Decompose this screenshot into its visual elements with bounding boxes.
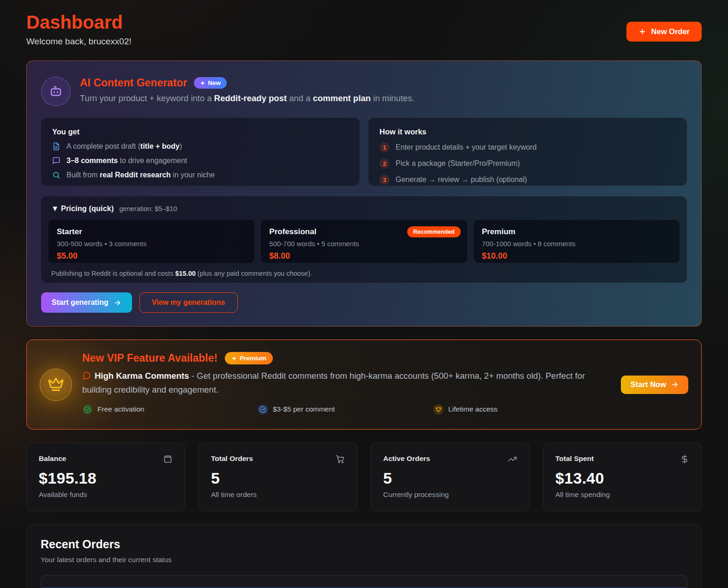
start-generating-label: Start generating xyxy=(52,298,108,307)
vip-title: New VIP Feature Available! xyxy=(82,352,217,364)
tier-price: $5.00 xyxy=(57,251,246,261)
recent-orders-card: Recent Orders Your latest orders and the… xyxy=(26,524,702,588)
premium-badge-label: Premium xyxy=(240,355,266,362)
stat-value: 5 xyxy=(211,469,345,487)
stat-card-active-orders: Active Orders 5 Currently processing xyxy=(371,443,529,511)
stat-label: Active Orders xyxy=(383,455,430,463)
new-order-label: New Order xyxy=(651,27,690,36)
vip-feature-label: $3-$5 per comment xyxy=(273,405,335,413)
vip-feature-label: Free activation xyxy=(97,405,144,413)
stat-sub: Currently processing xyxy=(383,491,517,499)
pricing-tier-professional[interactable]: Professional 500-700 words • 5 comments … xyxy=(261,220,467,263)
dollar-sign-icon xyxy=(680,455,689,464)
new-badge: New xyxy=(194,77,227,89)
vip-crown-avatar xyxy=(40,369,72,401)
tier-details: 700-1000 words • 8 comments xyxy=(482,240,671,248)
ai-generator-subtitle: Turn your product + keyword into a Reddi… xyxy=(80,93,415,103)
stat-sub: Available funds xyxy=(39,491,173,499)
bot-avatar xyxy=(41,77,71,106)
pricing-collapse-toggle[interactable]: ▼ Pricing (quick) xyxy=(51,204,114,213)
pricing-tier-premium[interactable]: Premium 700-1000 words • 8 comments $10.… xyxy=(474,220,680,263)
header-text: Dashboard Welcome back, brucexx02! xyxy=(26,12,132,47)
stat-sub: All time orders xyxy=(211,491,345,499)
page-header: Dashboard Welcome back, brucexx02! New O… xyxy=(26,12,702,47)
you-get-item: Built from real Reddit research in your … xyxy=(52,171,349,179)
vip-feature-item: $3-$5 per comment xyxy=(258,404,433,415)
how-it-works-step: 3 Generate → review → publish (optional) xyxy=(379,175,676,185)
order-row[interactable] xyxy=(41,575,687,588)
pricing-tier-starter[interactable]: Starter 300-500 words • 3 comments $5.00 xyxy=(48,220,254,263)
view-generations-button[interactable]: View my generations xyxy=(139,292,238,313)
check-circle-green-icon xyxy=(82,404,93,415)
arrow-right-icon xyxy=(671,381,679,388)
stat-card-balance: Balance $195.18 Available funds xyxy=(26,443,185,511)
message-circle-icon xyxy=(82,371,91,384)
new-badge-label: New xyxy=(208,79,221,86)
crown-icon xyxy=(48,376,64,393)
step-number: 2 xyxy=(379,158,390,169)
stat-value: $195.18 xyxy=(39,469,173,487)
recent-orders-subtitle: Your latest orders and their current sta… xyxy=(41,556,687,564)
publishing-note: Publishing to Reddit is optional and cos… xyxy=(48,270,680,277)
bot-icon xyxy=(48,84,64,99)
ai-generator-header: AI Content Generator New Turn your produ… xyxy=(41,77,687,106)
vip-feature-item: Lifetime access xyxy=(433,404,608,415)
step-number: 1 xyxy=(379,142,390,152)
how-it-works-panel: How it works 1 Enter product details + y… xyxy=(368,118,687,186)
file-text-icon xyxy=(52,142,60,151)
trending-up-icon xyxy=(508,455,517,464)
stat-value: $13.40 xyxy=(555,469,689,487)
tier-name: Premium xyxy=(482,227,671,236)
pricing-panel: ▼ Pricing (quick) generation: $5–$10 Sta… xyxy=(41,196,687,283)
you-get-item: 3–8 comments to drive engagement xyxy=(52,157,349,165)
search-icon xyxy=(52,171,60,179)
vip-feature-label: Lifetime access xyxy=(448,405,498,413)
stats-row: Balance $195.18 Available funds Total Or… xyxy=(26,443,702,511)
sparkles-icon xyxy=(200,80,205,86)
arrow-right-icon xyxy=(114,299,121,307)
ai-generator-text: AI Content Generator New Turn your produ… xyxy=(80,77,415,103)
stat-card-total-orders: Total Orders 5 All time orders xyxy=(199,443,357,511)
ai-generator-title: AI Content Generator xyxy=(80,77,187,89)
tier-price: $8.00 xyxy=(269,251,458,261)
premium-badge: Premium xyxy=(225,352,273,364)
sparkles-icon xyxy=(231,356,237,361)
step-number: 3 xyxy=(379,175,390,185)
stat-label: Total Orders xyxy=(211,455,253,463)
view-generations-label: View my generations xyxy=(152,298,225,306)
stat-sub: All time spending xyxy=(555,491,689,499)
recent-orders-title: Recent Orders xyxy=(41,538,687,551)
dashboard-page: Dashboard Welcome back, brucexx02! New O… xyxy=(0,0,728,588)
start-now-label: Start Now xyxy=(631,380,666,389)
recommended-badge: Recommended xyxy=(407,226,461,237)
wallet-icon xyxy=(163,455,173,464)
stat-label: Balance xyxy=(39,455,66,463)
stat-card-total-spent: Total Spent $13.40 All time spending xyxy=(543,443,702,511)
vip-content: New VIP Feature Available! Premium High … xyxy=(82,352,611,417)
tier-details: 500-700 words • 5 comments xyxy=(269,240,458,248)
crown-gold-icon xyxy=(433,404,444,415)
plus-icon xyxy=(638,28,646,36)
tier-price: $10.00 xyxy=(482,251,671,261)
check-circle-blue-icon xyxy=(258,404,268,415)
shopping-cart-icon xyxy=(336,455,345,464)
start-now-button[interactable]: Start Now xyxy=(621,376,688,394)
pricing-range: generation: $5–$10 xyxy=(120,205,177,212)
stat-value: 5 xyxy=(383,469,517,487)
how-it-works-step: 2 Pick a package (Starter/Pro/Premium) xyxy=(379,158,676,169)
start-generating-button[interactable]: Start generating xyxy=(41,292,132,313)
how-it-works-step: 1 Enter product details + your target ke… xyxy=(379,142,676,152)
tier-name: Starter xyxy=(57,227,246,236)
page-title: Dashboard xyxy=(26,12,132,32)
vip-feature-item: Free activation xyxy=(82,404,258,415)
you-get-item: A complete post draft (title + body) xyxy=(52,142,349,151)
stat-label: Total Spent xyxy=(555,455,594,463)
you-get-title: You get xyxy=(52,127,349,136)
new-order-button[interactable]: New Order xyxy=(626,22,702,42)
vip-feature-card: New VIP Feature Available! Premium High … xyxy=(26,339,702,430)
vip-description: High Karma Comments - Get professional R… xyxy=(82,370,599,396)
message-square-icon xyxy=(52,157,60,165)
welcome-message: Welcome back, brucexx02! xyxy=(26,36,132,47)
caret-down-icon: ▼ xyxy=(51,204,59,212)
tier-details: 300-500 words • 3 comments xyxy=(57,240,246,248)
